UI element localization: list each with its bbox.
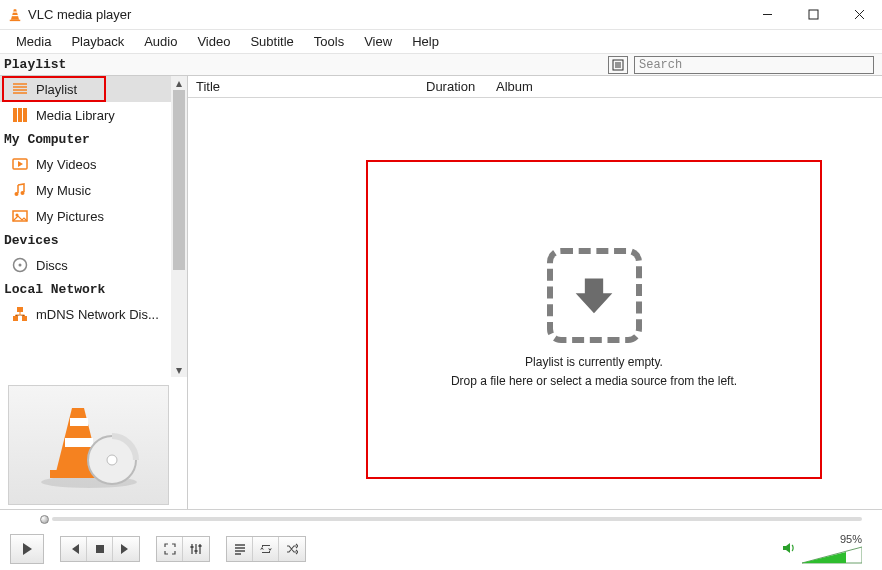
seek-bar[interactable]	[0, 510, 882, 528]
sidebar-group-local-network: Local Network	[0, 278, 187, 301]
sidebar-item-discs[interactable]: Discs	[0, 252, 187, 278]
sidebar: Playlist Media Library My Computer My Vi…	[0, 76, 188, 509]
playlist-panel: Title Duration Album Playlist is current…	[188, 76, 882, 509]
empty-playlist-dropzone[interactable]: Playlist is currently empty. Drop a file…	[366, 160, 822, 479]
svg-rect-26	[195, 550, 198, 552]
loop-button[interactable]	[253, 537, 279, 561]
play-button[interactable]	[11, 535, 43, 563]
sidebar-item-playlist[interactable]: Playlist	[0, 76, 187, 102]
sidebar-group-my-computer: My Computer	[0, 128, 187, 151]
sidebar-item-label: My Videos	[36, 157, 96, 172]
volume-slider[interactable]	[802, 545, 862, 565]
seek-track[interactable]	[52, 517, 862, 521]
svg-rect-0	[13, 11, 17, 12]
sidebar-group-devices: Devices	[0, 229, 187, 252]
menu-tools[interactable]: Tools	[304, 31, 354, 52]
vlc-cone-icon	[8, 8, 22, 22]
menu-subtitle[interactable]: Subtitle	[240, 31, 303, 52]
sidebar-item-label: Discs	[36, 258, 68, 273]
svg-rect-16	[13, 316, 18, 321]
sidebar-item-my-music[interactable]: My Music	[0, 177, 187, 203]
sidebar-item-media-library[interactable]: Media Library	[0, 102, 187, 128]
playlist-body[interactable]: Playlist is currently empty. Drop a file…	[188, 98, 882, 509]
menu-video[interactable]: Video	[187, 31, 240, 52]
playlist-icon	[12, 81, 28, 97]
svg-rect-7	[23, 108, 27, 122]
sidebar-item-label: Playlist	[36, 82, 77, 97]
previous-button[interactable]	[61, 537, 87, 561]
maximize-button[interactable]	[790, 0, 836, 29]
svg-rect-27	[199, 545, 202, 547]
svg-rect-2	[10, 19, 21, 20]
menu-media[interactable]: Media	[6, 31, 61, 52]
shuffle-button[interactable]	[279, 537, 305, 561]
playback-button-group	[10, 534, 44, 564]
svg-point-9	[15, 192, 19, 196]
speaker-icon[interactable]	[782, 541, 796, 558]
pictures-icon	[12, 208, 28, 224]
empty-playlist-message: Playlist is currently empty. Drop a file…	[451, 353, 737, 392]
sidebar-item-label: My Music	[36, 183, 91, 198]
svg-point-23	[107, 455, 117, 465]
sidebar-scrollbar[interactable]: ▴ ▾	[171, 76, 187, 377]
volume-percent-label: 95%	[840, 533, 862, 545]
music-icon	[12, 182, 28, 198]
sidebar-item-my-pictures[interactable]: My Pictures	[0, 203, 187, 229]
toggle-playlist-button[interactable]	[227, 537, 253, 561]
sidebar-item-mdns[interactable]: mDNS Network Dis...	[0, 301, 187, 327]
svg-rect-20	[65, 438, 93, 447]
playlist-columns-header: Title Duration Album	[188, 76, 882, 98]
scroll-down-arrow-icon[interactable]: ▾	[171, 363, 187, 377]
svg-rect-5	[13, 108, 17, 122]
svg-rect-1	[12, 15, 18, 16]
next-button[interactable]	[113, 537, 139, 561]
mdns-icon	[12, 306, 28, 322]
search-input[interactable]: Search	[634, 56, 874, 74]
media-library-icon	[12, 107, 28, 123]
svg-rect-17	[22, 316, 27, 321]
menu-playback[interactable]: Playback	[61, 31, 134, 52]
album-art-well	[8, 385, 169, 505]
menu-bar: Media Playback Audio Video Subtitle Tool…	[0, 30, 882, 54]
minimize-button[interactable]	[744, 0, 790, 29]
menu-help[interactable]: Help	[402, 31, 449, 52]
bottom-toolbar: 95%	[0, 509, 882, 570]
panel-header: Playlist Search	[0, 54, 882, 76]
svg-point-10	[21, 191, 25, 195]
extended-settings-button[interactable]	[183, 537, 209, 561]
svg-rect-25	[191, 546, 194, 548]
column-album[interactable]: Album	[488, 79, 882, 94]
column-duration[interactable]: Duration	[418, 79, 488, 94]
drop-target-icon	[547, 248, 642, 343]
sidebar-item-label: My Pictures	[36, 209, 104, 224]
stop-button[interactable]	[87, 537, 113, 561]
seek-knob[interactable]	[40, 515, 49, 524]
sidebar-item-label: Media Library	[36, 108, 115, 123]
panel-title: Playlist	[0, 57, 188, 72]
svg-rect-19	[70, 418, 88, 426]
fullscreen-button[interactable]	[157, 537, 183, 561]
playlist-view-toggle-button[interactable]	[608, 56, 628, 74]
sidebar-item-label: mDNS Network Dis...	[36, 307, 159, 322]
svg-point-14	[19, 264, 22, 267]
disc-icon	[12, 257, 28, 273]
scroll-handle[interactable]	[173, 90, 185, 270]
sidebar-item-my-videos[interactable]: My Videos	[0, 151, 187, 177]
svg-rect-6	[18, 108, 22, 122]
scroll-up-arrow-icon[interactable]: ▴	[171, 76, 187, 90]
videos-icon	[12, 156, 28, 172]
column-title[interactable]: Title	[188, 79, 418, 94]
svg-rect-3	[809, 10, 818, 19]
volume-control: 95%	[782, 533, 872, 565]
vlc-cone-art-icon	[34, 400, 144, 490]
window-controls	[744, 0, 882, 29]
menu-view[interactable]: View	[354, 31, 402, 52]
svg-rect-24	[96, 545, 104, 553]
window-title: VLC media player	[28, 7, 131, 22]
svg-rect-15	[17, 307, 23, 312]
menu-audio[interactable]: Audio	[134, 31, 187, 52]
close-button[interactable]	[836, 0, 882, 29]
title-bar: VLC media player	[0, 0, 882, 30]
